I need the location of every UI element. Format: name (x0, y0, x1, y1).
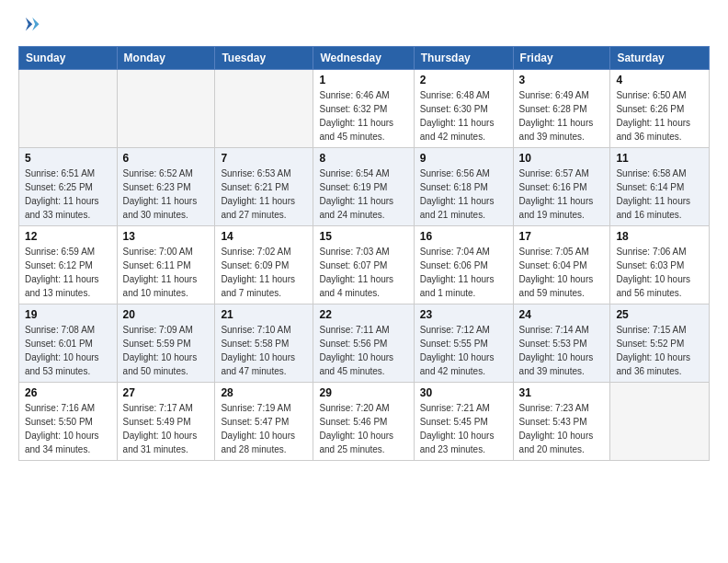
calendar-cell: 21Sunrise: 7:10 AMSunset: 5:58 PMDayligh… (215, 304, 313, 383)
calendar-cell: 10Sunrise: 6:57 AMSunset: 6:16 PMDayligh… (513, 148, 610, 226)
day-number: 6 (123, 152, 210, 165)
day-info: Sunrise: 7:20 AMSunset: 5:46 PMDaylight:… (319, 401, 407, 456)
day-info: Sunrise: 6:57 AMSunset: 6:16 PMDaylight:… (519, 167, 605, 222)
day-number: 12 (25, 230, 111, 243)
day-info: Sunrise: 7:00 AMSunset: 6:11 PMDaylight:… (123, 245, 210, 300)
day-info: Sunrise: 6:51 AMSunset: 6:25 PMDaylight:… (25, 167, 111, 222)
day-info: Sunrise: 6:48 AMSunset: 6:30 PMDaylight:… (420, 88, 507, 144)
calendar-cell: 5Sunrise: 6:51 AMSunset: 6:25 PMDaylight… (19, 148, 118, 226)
logo-icon (20, 15, 40, 35)
day-number: 26 (25, 386, 111, 399)
calendar-cell: 17Sunrise: 7:05 AMSunset: 6:04 PMDayligh… (513, 226, 610, 304)
day-info: Sunrise: 7:19 AMSunset: 5:47 PMDaylight:… (221, 401, 307, 456)
calendar-cell: 27Sunrise: 7:17 AMSunset: 5:49 PMDayligh… (117, 383, 215, 461)
calendar-cell: 12Sunrise: 6:59 AMSunset: 6:12 PMDayligh… (19, 226, 118, 304)
calendar-week-1: 1Sunrise: 6:46 AMSunset: 6:32 PMDaylight… (19, 70, 710, 148)
calendar-cell: 16Sunrise: 7:04 AMSunset: 6:06 PMDayligh… (414, 226, 513, 304)
day-info: Sunrise: 7:08 AMSunset: 6:01 PMDaylight:… (25, 323, 111, 378)
day-number: 29 (319, 386, 407, 399)
calendar-cell: 11Sunrise: 6:58 AMSunset: 6:14 PMDayligh… (610, 148, 710, 226)
day-number: 22 (319, 308, 407, 321)
day-number: 11 (616, 152, 703, 165)
calendar-week-2: 5Sunrise: 6:51 AMSunset: 6:25 PMDaylight… (19, 148, 710, 226)
day-number: 23 (420, 308, 507, 321)
svg-marker-0 (32, 17, 39, 31)
day-number: 13 (123, 230, 210, 243)
calendar-cell: 28Sunrise: 7:19 AMSunset: 5:47 PMDayligh… (215, 383, 313, 461)
day-info: Sunrise: 7:04 AMSunset: 6:06 PMDaylight:… (420, 245, 507, 300)
calendar-cell: 3Sunrise: 6:49 AMSunset: 6:28 PMDaylight… (513, 70, 610, 148)
col-header-friday: Friday (513, 47, 610, 70)
day-info: Sunrise: 7:23 AMSunset: 5:43 PMDaylight:… (519, 401, 605, 456)
day-info: Sunrise: 7:14 AMSunset: 5:53 PMDaylight:… (519, 323, 605, 378)
day-number: 31 (519, 386, 605, 399)
col-header-sunday: Sunday (19, 47, 118, 70)
page-header (18, 15, 710, 39)
logo (18, 15, 42, 39)
day-info: Sunrise: 7:17 AMSunset: 5:49 PMDaylight:… (123, 401, 210, 456)
day-number: 17 (519, 230, 605, 243)
calendar-cell: 20Sunrise: 7:09 AMSunset: 5:59 PMDayligh… (117, 304, 215, 383)
calendar-cell: 6Sunrise: 6:52 AMSunset: 6:23 PMDaylight… (117, 148, 215, 226)
day-number: 30 (420, 386, 507, 399)
calendar-cell (117, 70, 215, 148)
day-number: 8 (319, 152, 407, 165)
day-info: Sunrise: 6:49 AMSunset: 6:28 PMDaylight:… (519, 88, 605, 144)
day-number: 18 (616, 230, 703, 243)
day-info: Sunrise: 7:06 AMSunset: 6:03 PMDaylight:… (616, 245, 703, 300)
day-info: Sunrise: 6:52 AMSunset: 6:23 PMDaylight:… (123, 167, 210, 222)
day-info: Sunrise: 7:05 AMSunset: 6:04 PMDaylight:… (519, 245, 605, 300)
day-number: 20 (123, 308, 210, 321)
day-info: Sunrise: 7:10 AMSunset: 5:58 PMDaylight:… (221, 323, 307, 378)
calendar-cell: 22Sunrise: 7:11 AMSunset: 5:56 PMDayligh… (313, 304, 414, 383)
col-header-tuesday: Tuesday (215, 47, 313, 70)
day-info: Sunrise: 7:09 AMSunset: 5:59 PMDaylight:… (123, 323, 210, 378)
day-number: 7 (221, 152, 307, 165)
col-header-wednesday: Wednesday (313, 47, 414, 70)
day-info: Sunrise: 6:59 AMSunset: 6:12 PMDaylight:… (25, 245, 111, 300)
day-number: 27 (123, 386, 210, 399)
calendar-cell: 1Sunrise: 6:46 AMSunset: 6:32 PMDaylight… (313, 70, 414, 148)
day-number: 21 (221, 308, 307, 321)
day-number: 19 (25, 308, 111, 321)
day-info: Sunrise: 6:46 AMSunset: 6:32 PMDaylight:… (319, 88, 407, 144)
col-header-monday: Monday (117, 47, 215, 70)
calendar-table: SundayMondayTuesdayWednesdayThursdayFrid… (18, 46, 710, 461)
calendar-cell: 23Sunrise: 7:12 AMSunset: 5:55 PMDayligh… (414, 304, 513, 383)
col-header-saturday: Saturday (610, 47, 710, 70)
day-info: Sunrise: 7:12 AMSunset: 5:55 PMDaylight:… (420, 323, 507, 378)
day-info: Sunrise: 6:58 AMSunset: 6:14 PMDaylight:… (616, 167, 703, 222)
day-number: 15 (319, 230, 407, 243)
day-info: Sunrise: 6:54 AMSunset: 6:19 PMDaylight:… (319, 167, 407, 222)
day-info: Sunrise: 7:21 AMSunset: 5:45 PMDaylight:… (420, 401, 507, 456)
calendar-cell: 18Sunrise: 7:06 AMSunset: 6:03 PMDayligh… (610, 226, 710, 304)
col-header-thursday: Thursday (414, 47, 513, 70)
svg-marker-1 (26, 17, 32, 31)
day-number: 14 (221, 230, 307, 243)
calendar-cell (215, 70, 313, 148)
calendar-week-4: 19Sunrise: 7:08 AMSunset: 6:01 PMDayligh… (19, 304, 710, 383)
calendar-cell: 30Sunrise: 7:21 AMSunset: 5:45 PMDayligh… (414, 383, 513, 461)
day-info: Sunrise: 7:16 AMSunset: 5:50 PMDaylight:… (25, 401, 111, 456)
calendar-cell: 13Sunrise: 7:00 AMSunset: 6:11 PMDayligh… (117, 226, 215, 304)
day-number: 5 (25, 152, 111, 165)
calendar-cell: 2Sunrise: 6:48 AMSunset: 6:30 PMDaylight… (414, 70, 513, 148)
calendar-week-3: 12Sunrise: 6:59 AMSunset: 6:12 PMDayligh… (19, 226, 710, 304)
calendar-cell: 7Sunrise: 6:53 AMSunset: 6:21 PMDaylight… (215, 148, 313, 226)
day-info: Sunrise: 7:11 AMSunset: 5:56 PMDaylight:… (319, 323, 407, 378)
day-info: Sunrise: 6:53 AMSunset: 6:21 PMDaylight:… (221, 167, 307, 222)
calendar-week-5: 26Sunrise: 7:16 AMSunset: 5:50 PMDayligh… (19, 383, 710, 461)
day-info: Sunrise: 7:15 AMSunset: 5:52 PMDaylight:… (616, 323, 703, 378)
day-number: 4 (616, 74, 703, 86)
calendar-cell: 15Sunrise: 7:03 AMSunset: 6:07 PMDayligh… (313, 226, 414, 304)
calendar-cell: 25Sunrise: 7:15 AMSunset: 5:52 PMDayligh… (610, 304, 710, 383)
calendar-cell: 8Sunrise: 6:54 AMSunset: 6:19 PMDaylight… (313, 148, 414, 226)
calendar-cell: 31Sunrise: 7:23 AMSunset: 5:43 PMDayligh… (513, 383, 610, 461)
calendar-cell: 9Sunrise: 6:56 AMSunset: 6:18 PMDaylight… (414, 148, 513, 226)
calendar-cell: 29Sunrise: 7:20 AMSunset: 5:46 PMDayligh… (313, 383, 414, 461)
day-number: 2 (420, 74, 507, 86)
calendar-cell: 26Sunrise: 7:16 AMSunset: 5:50 PMDayligh… (19, 383, 118, 461)
day-number: 25 (616, 308, 703, 321)
day-number: 3 (519, 74, 605, 86)
day-number: 10 (519, 152, 605, 165)
